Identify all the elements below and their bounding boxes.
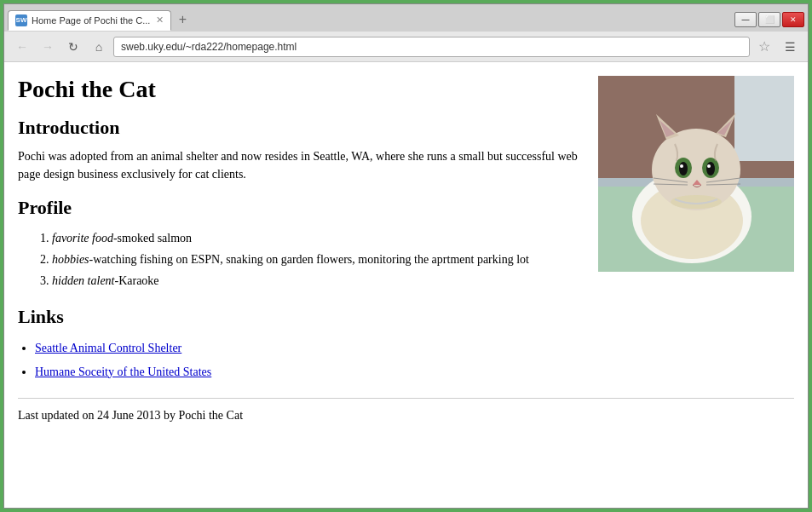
back-button[interactable]: ← bbox=[11, 36, 33, 58]
home-button[interactable]: ⌂ bbox=[88, 36, 110, 58]
item-label: hidden talent bbox=[52, 274, 115, 287]
svg-point-22 bbox=[671, 195, 722, 209]
list-item: hidden talent-Karaoke bbox=[52, 270, 794, 291]
minimize-button[interactable]: — bbox=[734, 12, 757, 27]
close-button[interactable]: ✕ bbox=[782, 12, 804, 27]
address-input[interactable] bbox=[113, 37, 750, 57]
links-list: Seattle Animal Control Shelter Humane So… bbox=[35, 337, 794, 384]
footer-divider bbox=[18, 398, 794, 399]
item-text: -Karaoke bbox=[115, 274, 159, 287]
bookmark-button[interactable]: ☆ bbox=[753, 36, 775, 58]
svg-point-15 bbox=[680, 164, 683, 168]
item-label: hobbies bbox=[52, 253, 89, 266]
tab-close-icon[interactable]: ✕ bbox=[156, 14, 164, 26]
link-seattle[interactable]: Seattle Animal Control Shelter bbox=[35, 342, 181, 354]
list-item: Seattle Animal Control Shelter bbox=[35, 337, 794, 360]
cat-image-container bbox=[598, 76, 794, 272]
cat-image bbox=[598, 76, 794, 272]
svg-point-13 bbox=[679, 162, 688, 175]
item-text: -smoked salmon bbox=[113, 232, 192, 244]
maximize-button[interactable]: ⬜ bbox=[758, 12, 780, 27]
list-item: Humane Soceity of the United States bbox=[35, 360, 794, 384]
active-tab[interactable]: SW Home Page of Pochi the C... ✕ bbox=[8, 10, 171, 31]
tab-title: Home Page of Pochi the C... bbox=[32, 15, 150, 26]
svg-point-14 bbox=[706, 162, 715, 175]
item-text: -watching fishing on ESPN, snaking on ga… bbox=[89, 253, 529, 266]
link-humane[interactable]: Humane Soceity of the United States bbox=[35, 365, 211, 378]
svg-rect-3 bbox=[734, 76, 794, 161]
links-heading: Links bbox=[18, 306, 794, 328]
footer-text: Last updated on 24 June 2013 by Pochi th… bbox=[18, 409, 794, 423]
page-content: Pochi the Cat Introduction Pochi was ado… bbox=[4, 62, 808, 508]
refresh-button[interactable]: ↻ bbox=[62, 36, 84, 58]
new-tab-button[interactable]: + bbox=[173, 11, 192, 28]
svg-point-16 bbox=[707, 164, 711, 168]
forward-button[interactable]: → bbox=[37, 36, 59, 58]
item-label: favorite food bbox=[52, 232, 113, 244]
menu-button[interactable]: ☰ bbox=[779, 36, 801, 58]
browser-icon: SW bbox=[15, 14, 27, 26]
intro-text: Pochi was adopted from an animal shelter… bbox=[18, 147, 614, 183]
